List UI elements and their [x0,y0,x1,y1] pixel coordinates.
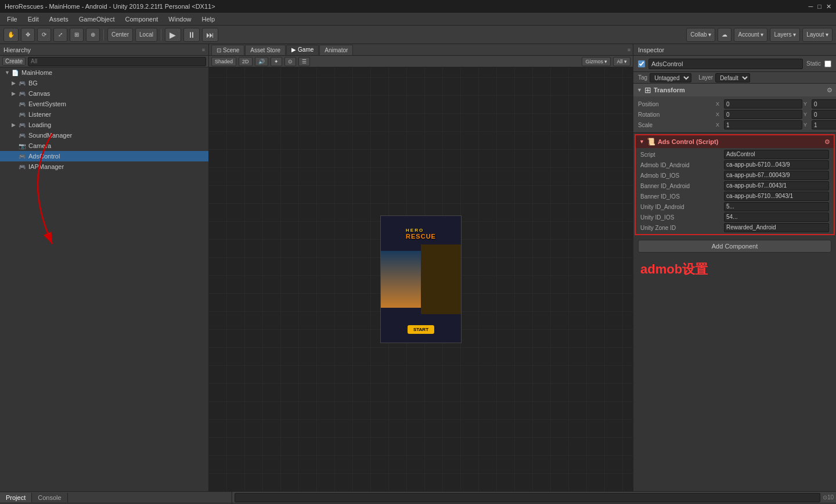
game-tab-icon: ▶ [291,46,296,53]
position-y-input[interactable] [812,99,836,109]
game-title-overlay: HERO RESCUE [406,228,436,240]
transform-rect-tool[interactable]: ⊞ [70,28,84,42]
unity-android-value[interactable]: 5... [724,202,829,211]
menu-window[interactable]: Window [164,15,196,24]
scene-view-area[interactable]: HERO RESCUE START [209,67,633,491]
shading-dropdown[interactable]: Shaded [211,57,236,66]
script-field-label: Script [640,152,722,158]
menu-assets[interactable]: Assets [45,15,73,24]
transform-header[interactable]: ▼ ⊞ Transform ⚙ [633,84,836,96]
overlay-btn[interactable]: ⊙ [284,57,296,66]
banner-android-value[interactable]: ca-app-pub-67...0043/1 [724,181,829,190]
go-icon: 🎮 [19,153,27,160]
audio-btn[interactable]: 🔊 [255,57,268,66]
transform-icon-gear[interactable]: ⚙ [827,87,833,94]
tree-item-loading[interactable]: ▶ 🎮 Loading [0,120,208,130]
close-btn[interactable]: ✕ [826,3,831,10]
transform-scale-tool[interactable]: ⤢ [53,28,67,42]
transform-move-tool[interactable]: ✥ [21,28,35,42]
rotation-y-input[interactable] [812,110,836,119]
menu-edit[interactable]: Edit [23,15,44,24]
all-btn[interactable]: All ▾ [613,57,630,66]
asset-search-input[interactable] [235,493,820,502]
y-label: Y [803,122,810,128]
tag-dropdown[interactable]: Untagged [650,73,691,82]
unity-zone-label: Unity Zone ID [640,225,722,231]
step-btn[interactable]: ⏭ [202,28,218,42]
play-btn[interactable]: ▶ [165,28,181,42]
minimize-btn[interactable]: ─ [809,3,813,10]
pivot-local-btn[interactable]: Local [135,28,157,42]
ads-control-header[interactable]: ▼ 📜 Ads Control (Script) ⚙ [636,135,834,148]
menu-help[interactable]: Help [197,15,219,24]
unity-ios-value[interactable]: 54... [724,213,829,222]
tree-item-label: Camera [28,142,51,149]
admob-ios-value[interactable]: ca-app-pub-67...00043/9 [724,171,829,180]
tab-scene[interactable]: ⊡ Scene [211,45,244,55]
title-bar: HeroRescues - MainHome - Android - Unity… [0,0,836,13]
tab-asset-store[interactable]: Asset Store [245,45,286,55]
tree-item-adscontrol[interactable]: ▶ 🎮 AdsControl [0,151,208,161]
position-row: Position X Y Z [633,99,836,109]
tab-animator[interactable]: Animator [319,45,353,55]
position-x-input[interactable] [724,99,802,109]
layer-dropdown[interactable]: Default [715,73,750,82]
transform-all-tool[interactable]: ⊕ [86,28,100,42]
tree-item-mainhome[interactable]: ▼ 📄 MainHome [0,67,208,78]
ads-control-script-section: ▼ 📜 Ads Control (Script) ⚙ Script AdsCon… [635,134,835,235]
menu-file[interactable]: File [2,15,22,24]
layers-btn[interactable]: Layers ▾ [770,28,800,42]
rotation-y-field: Y [803,110,836,119]
transform-hand-tool[interactable]: ✋ [3,28,19,42]
maximize-btn[interactable]: □ [817,3,821,10]
arrow-icon: ▼ [5,70,12,75]
account-btn[interactable]: Account ▾ [734,28,767,42]
pause-btn[interactable]: ⏸ [183,28,200,42]
unity-ios-label: Unity ID_IOS [640,214,722,221]
game-preview: HERO RESCUE START [380,215,462,343]
add-component-btn[interactable]: Add Component [638,240,831,253]
tab-game[interactable]: ▶ Game [286,45,319,55]
unity-zone-value[interactable]: Rewarded_Android [724,223,829,232]
banner-android-label: Banner ID_Android [640,183,722,189]
menu-component[interactable]: Component [120,15,163,24]
object-name-input[interactable] [648,59,803,69]
tree-item-camera[interactable]: ▶ 📷 Camera [0,141,208,151]
rotation-x-input[interactable] [724,110,802,119]
hierarchy-search[interactable] [28,57,206,66]
layout-btn[interactable]: Layout ▾ [802,28,833,42]
effect-btn[interactable]: ✦ [271,57,282,66]
tree-item-eventsystem[interactable]: ▶ 🎮 EventSystem [0,99,208,109]
script-gear-icon[interactable]: ⚙ [824,138,830,146]
banner-ios-value[interactable]: ca-app-pub-6710...9043/1 [724,192,829,201]
tree-item-bg[interactable]: ▶ 🎮 BG [0,78,208,88]
collab-btn[interactable]: Collab ▾ [686,28,715,42]
transform-rotate-tool[interactable]: ⟳ [37,28,51,42]
static-checkbox[interactable] [824,60,831,67]
tab-project[interactable]: Project [0,493,32,502]
scale-y-input[interactable] [812,120,836,129]
tree-item-soundmanager[interactable]: ▶ 🎮 SoundManager [0,130,208,141]
project-panel: Project Console Create ⚙ 🔒 ▶ 📁 Materials… [0,492,232,504]
tab-console[interactable]: Console [32,493,67,502]
scene-panel-menu[interactable]: ≡ [628,47,630,53]
hidden-btn[interactable]: ☰ [298,57,310,66]
hierarchy-create-btn[interactable]: Create [2,57,26,66]
menu-gameobject[interactable]: GameObject [74,15,120,24]
tree-item-listener[interactable]: ▶ 🎮 Listener [0,109,208,120]
window-title: HeroRescues - MainHome - Android - Unity… [5,3,215,10]
position-y-field: Y [803,99,836,109]
go-icon: 🎮 [19,80,27,87]
object-active-checkbox[interactable] [638,60,645,67]
go-icon: 🎮 [19,132,27,139]
gizmos-btn[interactable]: Gizmos ▾ [582,57,611,66]
cloud-btn[interactable]: ☁ [718,28,732,42]
script-field-value[interactable]: AdsControl [724,150,829,159]
scale-label: Scale [638,122,714,128]
scale-x-input[interactable] [724,120,802,129]
2d-btn[interactable]: 2D [239,57,253,66]
pivot-center-btn[interactable]: Center [107,28,133,42]
tree-item-canvas[interactable]: ▶ 🎮 Canvas [0,88,208,99]
admob-android-value[interactable]: ca-app-pub-6710...043/9 [724,160,829,170]
tree-item-iapmanager[interactable]: ▶ 🎮 IAPManager [0,161,208,172]
